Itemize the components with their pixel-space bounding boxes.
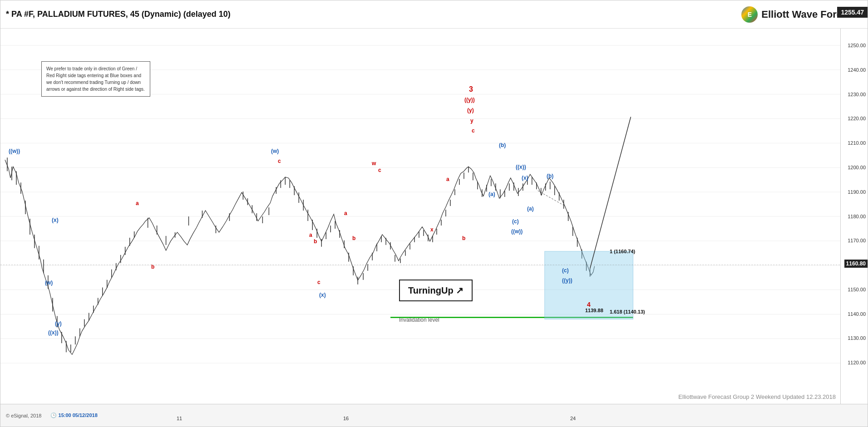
price-1170: 1170.00 — [848, 238, 866, 243]
wave-label-a5: (a) — [527, 206, 534, 212]
date-11: 11 — [177, 416, 182, 421]
wave-label-atop: (a) — [488, 191, 495, 197]
wave-label-x3: (x) — [522, 175, 528, 181]
live-price-badge: 1160.80 — [844, 260, 868, 268]
wave-label-3: 3 — [469, 85, 473, 93]
wave-label-b5: (b) — [547, 173, 553, 179]
price-badge: 1255.47 — [837, 7, 868, 18]
wave-label-cx: (x) — [319, 292, 326, 298]
wave-label-b1: b — [151, 264, 154, 270]
wave-label-b4: b — [462, 235, 465, 241]
chart-container: * PA #F, PALLADIUM FUTURES, 45 (Dynamic)… — [0, 0, 868, 427]
wave-label-ww1: ((w)) — [9, 148, 20, 154]
wave-label-ytop2: y — [470, 118, 473, 124]
wave-label-wc3: c — [378, 167, 381, 173]
wave-label-x2: x — [430, 226, 434, 233]
invalidation-label: Invalidation level — [399, 317, 439, 323]
brand-icon: E — [741, 6, 758, 23]
wave-label-y1: (y) — [55, 320, 62, 327]
price-1200: 1200.00 — [848, 165, 866, 170]
wave-label-x1: (x) — [52, 217, 59, 223]
price-axis: 1250.00 1240.00 1230.00 1220.00 1210.00 … — [840, 29, 868, 404]
date-24: 24 — [570, 416, 576, 421]
watermark: Elliottwave Forecast Group 2 Weekend Upd… — [678, 393, 836, 400]
wave-label-b3: b — [352, 235, 355, 241]
wave-label-c3: (c) — [512, 218, 519, 225]
chart-title: * PA #F, PALLADIUM FUTURES, 45 (Dynamic)… — [6, 10, 741, 19]
price-1140: 1140.00 — [848, 311, 866, 317]
svg-line-130 — [538, 191, 565, 206]
price-1180: 1180.00 — [848, 214, 866, 219]
wave-label-ytop: (y) — [467, 107, 474, 113]
price-1230: 1230.00 — [848, 92, 866, 97]
price-1250: 1250.00 — [848, 43, 866, 48]
bottom-bar: © eSignal, 2018 🕒 15:00 05/12/2018 — [0, 404, 868, 427]
price-label-2: 1139.88 — [585, 308, 603, 313]
wave-label-c2: c — [317, 279, 321, 285]
turning-up-box: TurningUp ↗ — [399, 280, 473, 301]
wave-label-yytop: ((y)) — [464, 97, 475, 103]
wave-label-ctop2: c — [472, 128, 475, 134]
svg-rect-128 — [545, 251, 633, 319]
wave-label-a4: a — [446, 176, 449, 182]
price-1120: 1120.00 — [848, 360, 866, 365]
wave-label-clabel: c — [278, 158, 281, 164]
wave-label-w1: (w) — [45, 280, 53, 286]
price-label-1: 1 (1160.74) — [610, 249, 635, 254]
price-1220: 1220.00 — [848, 116, 866, 121]
svg-line-129 — [590, 117, 631, 269]
wave-label-ww2: ((w)) — [511, 228, 523, 235]
price-1150: 1150.00 — [848, 287, 866, 292]
wave-label-b2: b — [314, 238, 317, 245]
wave-label-c4: (c) — [562, 267, 569, 274]
info-box-text: We prefer to trade only in direction of … — [46, 66, 145, 92]
info-box: We prefer to trade only in direction of … — [41, 61, 150, 97]
price-1130: 1130.00 — [848, 335, 866, 341]
price-label-3: 1.618 (1140.13) — [610, 309, 645, 314]
wave-label-a3: a — [344, 210, 347, 216]
header-bar: * PA #F, PALLADIUM FUTURES, 45 (Dynamic)… — [0, 0, 868, 29]
wave-label-xx1: ((x)) — [48, 329, 59, 336]
wave-label-xx2: ((x)) — [516, 164, 526, 170]
turning-up-label: TurningUp ↗ — [408, 285, 464, 295]
wave-label-4: 4 — [587, 301, 591, 308]
price-1240: 1240.00 — [848, 67, 866, 73]
wave-label-yy2: ((y)) — [562, 277, 572, 284]
wave-label-wc2: w — [372, 160, 376, 167]
date-16: 16 — [343, 416, 349, 421]
time-label: 🕒 15:00 05/12/2018 — [50, 412, 97, 418]
esignal-label: © eSignal, 2018 — [6, 413, 41, 418]
chart-area: ((w)) (x) (w) (y) ((x)) (w) (x) (b) (a) … — [0, 29, 840, 404]
current-price: 1255.47 — [841, 9, 864, 16]
wave-label-btop: (b) — [499, 142, 506, 148]
wave-label-a2: a — [309, 232, 312, 238]
price-1190: 1190.00 — [848, 189, 866, 195]
wave-label-a1: a — [136, 200, 139, 206]
wave-label-wc: (w) — [271, 148, 279, 154]
price-1210: 1210.00 — [848, 140, 866, 146]
